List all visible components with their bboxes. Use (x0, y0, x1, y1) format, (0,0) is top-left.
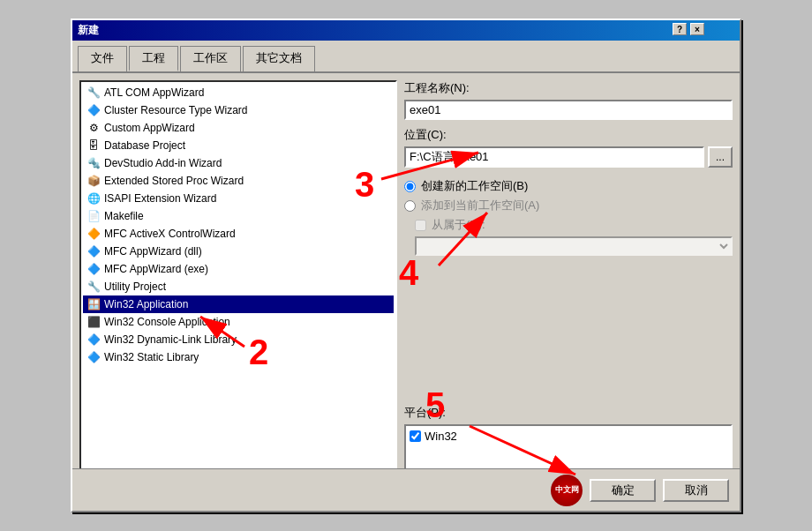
atl-com-label: ATL COM AppWizard (104, 86, 204, 99)
win32-platform-label: Win32 (425, 430, 457, 443)
list-item-mfc-exe[interactable]: 🔷 MFC AppWizard (exe) (83, 260, 394, 278)
platform-label: 平台(P): (404, 405, 733, 421)
location-group: 位置(C): ... (404, 127, 733, 168)
help-button[interactable]: ? (673, 23, 687, 35)
mfc-exe-label: MFC AppWizard (exe) (104, 263, 208, 275)
win32-app-label: Win32 Application (104, 298, 188, 310)
isapi-icon: 🌐 (86, 191, 101, 206)
footer: 中文网 确定 取消 (72, 468, 740, 511)
custom-icon: ⚙ (86, 121, 101, 135)
content-area: 🔧 ATL COM AppWizard 🔷 Cluster Resource T… (72, 73, 740, 484)
list-item-win32-dll[interactable]: 🔷 Win32 Dynamic-Link Library (83, 331, 394, 348)
utility-label: Utility Project (104, 280, 166, 293)
location-input[interactable] (404, 146, 704, 168)
makefile-label: Makefile (104, 210, 144, 222)
create-new-workspace-radio[interactable] (404, 181, 416, 192)
win32-platform-checkbox[interactable] (410, 430, 421, 442)
mfc-dll-label: MFC AppWizard (dll) (104, 245, 202, 258)
cancel-button[interactable]: 取消 (663, 479, 729, 502)
tab-other-docs[interactable]: 其它文档 (243, 46, 315, 71)
add-to-workspace-item[interactable]: 添加到当前工作空间(A) (404, 198, 733, 213)
database-icon: 🗄 (86, 138, 101, 153)
list-item-mfc-activex[interactable]: 🔶 MFC ActiveX ControlWizard (83, 225, 394, 243)
add-to-workspace-radio[interactable] (404, 200, 416, 212)
project-list[interactable]: 🔧 ATL COM AppWizard 🔷 Cluster Resource T… (79, 80, 397, 477)
custom-label: Custom AppWizard (104, 122, 195, 134)
list-item-devstudio[interactable]: 🔩 DevStudio Add-in Wizard (83, 154, 394, 172)
win32-static-icon: 🔷 (86, 350, 101, 364)
utility-icon: 🔧 (86, 280, 101, 294)
dependency-dropdown-row (404, 236, 733, 256)
project-name-label: 工程名称(N): (404, 80, 733, 96)
win32-app-icon: 🪟 (86, 297, 101, 311)
list-item-atl-com[interactable]: 🔧 ATL COM AppWizard (83, 84, 394, 101)
mfc-dll-icon: 🔷 (86, 244, 101, 258)
isapi-label: ISAPI Extension Wizard (104, 192, 216, 205)
list-item-database[interactable]: 🗄 Database Project (83, 137, 394, 154)
add-to-workspace-label: 添加到当前工作空间(A) (421, 198, 539, 213)
list-item-win32-console[interactable]: ⬛ Win32 Console Application (83, 313, 394, 331)
project-name-input[interactable] (404, 100, 733, 120)
mfc-activex-label: MFC ActiveX ControlWizard (104, 228, 236, 240)
workspace-options: 创建新的工作空间(B) 添加到当前工作空间(A) 从属于(D): (404, 175, 733, 259)
list-item-win32-app[interactable]: 🪟 Win32 Application (83, 295, 394, 313)
title-bar: 新建 ? × (72, 20, 740, 41)
right-panel: 工程名称(N): 位置(C): ... 创建新的工作空间(B) (404, 80, 733, 477)
ext-stored-icon: 📦 (86, 174, 101, 188)
mfc-exe-icon: 🔷 (86, 262, 101, 276)
list-item-isapi[interactable]: 🌐 ISAPI Extension Wizard (83, 190, 394, 207)
location-label: 位置(C): (404, 127, 733, 143)
dependency-checkbox[interactable] (415, 220, 426, 231)
cluster-icon: 🔷 (86, 103, 101, 117)
devstudio-label: DevStudio Add-in Wizard (104, 157, 222, 169)
list-item-custom[interactable]: ⚙ Custom AppWizard (83, 119, 394, 137)
list-item-win32-static[interactable]: 🔷 Win32 Static Library (83, 348, 394, 366)
dialog: 新建 ? × 文件 工程 工作区 其它文档 🔧 ATL COM AppWizar… (71, 19, 741, 512)
close-button[interactable]: × (690, 23, 704, 35)
tab-files[interactable]: 文件 (78, 46, 127, 71)
cn-badge: 中文网 (551, 475, 583, 506)
ok-button[interactable]: 确定 (590, 479, 656, 502)
win32-dll-label: Win32 Dynamic-Link Library (104, 333, 237, 346)
create-new-workspace-item[interactable]: 创建新的工作空间(B) (404, 178, 733, 194)
win32-dll-icon: 🔷 (86, 333, 101, 347)
list-item-utility[interactable]: 🔧 Utility Project (83, 278, 394, 295)
tab-projects[interactable]: 工程 (129, 46, 178, 71)
dependency-dropdown[interactable] (415, 236, 733, 256)
location-row: ... (404, 146, 733, 168)
browse-button[interactable]: ... (708, 146, 733, 168)
list-item-cluster[interactable]: 🔷 Cluster Resource Type Wizard (83, 101, 394, 119)
tabs-bar: 文件 工程 工作区 其它文档 (72, 41, 740, 73)
win32-console-label: Win32 Console Application (104, 316, 230, 328)
dialog-title: 新建 (78, 23, 99, 38)
win32-static-label: Win32 Static Library (104, 351, 199, 363)
dependency-label: 从属于(D): (432, 217, 485, 233)
makefile-icon: 📄 (86, 209, 101, 223)
mfc-activex-icon: 🔶 (86, 227, 101, 241)
win32-console-icon: ⬛ (86, 315, 101, 329)
platform-item-win32: Win32 (410, 430, 727, 443)
list-item-makefile[interactable]: 📄 Makefile (83, 207, 394, 225)
list-item-mfc-dll[interactable]: 🔷 MFC AppWizard (dll) (83, 243, 394, 260)
ext-stored-label: Extended Stored Proc Wizard (104, 175, 244, 187)
devstudio-icon: 🔩 (86, 156, 101, 170)
database-label: Database Project (104, 139, 185, 152)
platform-section: 平台(P): Win32 (404, 405, 733, 477)
tab-workspace[interactable]: 工作区 (180, 46, 241, 71)
atl-com-icon: 🔧 (86, 86, 101, 100)
cluster-label: Cluster Resource Type Wizard (104, 104, 248, 116)
project-name-group: 工程名称(N): (404, 80, 733, 120)
dependency-item: 从属于(D): (404, 217, 733, 233)
list-item-ext-stored[interactable]: 📦 Extended Stored Proc Wizard (83, 172, 394, 190)
create-new-workspace-label: 创建新的工作空间(B) (421, 178, 528, 194)
